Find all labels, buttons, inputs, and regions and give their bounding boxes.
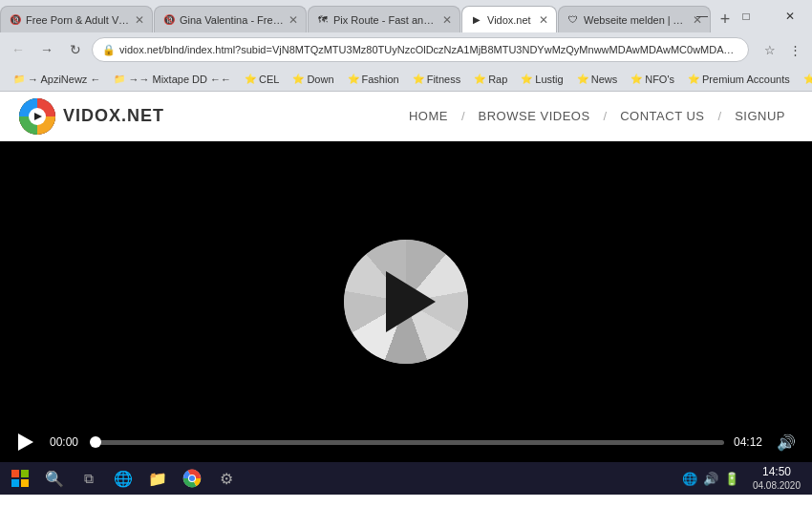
- play-icon: [18, 433, 33, 451]
- address-text: vidox.net/blnd/index.html?subid=VjN8MTQz…: [119, 44, 738, 55]
- svg-rect-3: [11, 470, 19, 477]
- bookmark-nfos-label: NFO's: [645, 74, 674, 85]
- task-view-button[interactable]: ⧉: [73, 464, 105, 493]
- bookmark-apzi-label: → ApziNewz ←: [28, 74, 100, 85]
- bookmarks-bar: 📁 → ApziNewz ← 📁 →→ Mixtape DD ←← ⭐ CEL …: [0, 67, 812, 92]
- search-taskbar-button[interactable]: 🔍: [38, 464, 71, 493]
- bookmark-lustig[interactable]: ⭐ Lustig: [515, 72, 568, 87]
- tab-1[interactable]: 🔞 Free Porn & Adult Videos Forum | ✕: [0, 6, 153, 32]
- svg-rect-4: [21, 470, 29, 477]
- tab-2-close[interactable]: ✕: [285, 13, 298, 27]
- nav-browse[interactable]: BROWSE VIDEOS: [471, 105, 598, 127]
- window-controls: — □ ✕: [680, 0, 812, 32]
- bookmark-mixtape[interactable]: 📁 →→ Mixtape DD ←←: [108, 72, 237, 87]
- volume-button[interactable]: 🔊: [772, 428, 801, 456]
- tab-2-label: Gina Valentina - Free Porn & A...: [180, 14, 285, 26]
- settings-button[interactable]: ⚙: [210, 464, 243, 493]
- network-icon[interactable]: 🌐: [682, 472, 697, 486]
- tab-3-favicon: 🗺: [316, 13, 330, 27]
- page-content: VIDOX.NET HOME / BROWSE VIDEOS / CONTACT…: [0, 92, 812, 462]
- tab-3[interactable]: 🗺 Pix Route - Fast and Reliable Im... ✕: [308, 6, 460, 32]
- play-triangle-icon: [386, 271, 436, 332]
- file-explorer-button[interactable]: 📁: [141, 464, 174, 493]
- volume-sys-icon[interactable]: 🔊: [703, 472, 718, 486]
- bookmark-fashion[interactable]: ⭐ Fashion: [342, 72, 405, 87]
- tab-1-favicon: 🔞: [9, 13, 22, 27]
- bookmark-news[interactable]: ⭐ News: [571, 72, 624, 87]
- tab-4-close[interactable]: ✕: [535, 13, 548, 27]
- back-button[interactable]: ←: [6, 37, 31, 62]
- bookmark-rap[interactable]: ⭐ Rap: [468, 72, 513, 87]
- edge-button[interactable]: 🌐: [107, 464, 139, 493]
- bookmark-cel-label: CEL: [259, 74, 279, 85]
- vidox-logo-icon: [19, 98, 55, 135]
- tab-3-close[interactable]: ✕: [438, 13, 452, 27]
- tab-4[interactable]: ▶ Vidox.net ✕: [461, 6, 557, 32]
- bookmark-fitness[interactable]: ⭐ Fitness: [407, 72, 466, 87]
- tab-1-label: Free Porn & Adult Videos Forum |: [26, 14, 131, 26]
- tab-4-favicon: ▶: [470, 13, 483, 27]
- clock-date: 04.08.2020: [753, 479, 801, 493]
- bookmark-sport[interactable]: ⭐ Sport Stream: [798, 72, 812, 87]
- bookmark-cel[interactable]: ⭐ CEL: [239, 72, 285, 87]
- taskbar-clock[interactable]: 14:50 04.08.2020: [745, 464, 808, 494]
- video-controls: 00:00 04:12 🔊: [0, 422, 812, 462]
- nav-contact[interactable]: CONTACT US: [612, 105, 712, 127]
- progress-bar[interactable]: [96, 440, 724, 445]
- bookmark-fitness-label: Fitness: [427, 74, 460, 85]
- nav-signup[interactable]: SIGNUP: [727, 105, 793, 127]
- star-icon: ⭐: [688, 74, 699, 84]
- minimize-button[interactable]: —: [680, 0, 724, 32]
- battery-icon[interactable]: 🔋: [724, 472, 739, 486]
- tab-1-close[interactable]: ✕: [131, 13, 144, 27]
- bookmark-lustig-label: Lustig: [535, 74, 563, 85]
- big-play-button[interactable]: [344, 240, 468, 364]
- tab-4-label: Vidox.net: [487, 14, 531, 26]
- tab-bar: 🔞 Free Porn & Adult Videos Forum | ✕ 🔞 G…: [0, 0, 812, 32]
- bookmark-fashion-label: Fashion: [362, 74, 399, 85]
- tab-5-label: Webseite melden | AdGuard: [584, 14, 689, 26]
- vidox-logo: VIDOX.NET: [19, 98, 164, 135]
- tab-5-favicon: 🛡: [566, 13, 580, 27]
- forward-button[interactable]: →: [34, 37, 59, 62]
- svg-rect-5: [11, 479, 19, 487]
- nav-home[interactable]: HOME: [401, 105, 456, 127]
- star-icon: ⭐: [630, 74, 642, 84]
- address-bar[interactable]: 🔒 vidox.net/blnd/index.html?subid=VjN8MT…: [92, 37, 749, 62]
- star-icon: ⭐: [474, 74, 485, 84]
- svg-point-9: [189, 475, 195, 481]
- folder-icon: 📁: [114, 74, 125, 84]
- total-time: 04:12: [734, 435, 762, 449]
- bookmark-premium-label: Premium Accounts: [702, 74, 790, 85]
- vidox-nav-links: HOME / BROWSE VIDEOS / CONTACT US / SIGN…: [401, 105, 793, 127]
- tab-3-label: Pix Route - Fast and Reliable Im...: [333, 14, 438, 26]
- address-actions: ☆ ⋮: [759, 38, 806, 61]
- current-time: 00:00: [50, 435, 86, 449]
- reload-button[interactable]: ↻: [63, 37, 88, 62]
- tab-2[interactable]: 🔞 Gina Valentina - Free Porn & A... ✕: [154, 6, 307, 32]
- star-icon: ⭐: [245, 74, 256, 84]
- video-player[interactable]: 00:00 04:12 🔊: [0, 141, 812, 462]
- volume-icon: 🔊: [777, 433, 796, 452]
- clock-time: 14:50: [753, 464, 801, 480]
- maximize-button[interactable]: □: [724, 0, 768, 32]
- svg-rect-6: [21, 479, 29, 487]
- bookmark-rap-label: Rap: [488, 74, 507, 85]
- browser-chrome: 🔞 Free Porn & Adult Videos Forum | ✕ 🔞 G…: [0, 0, 812, 92]
- browser-menu-button[interactable]: ⋮: [783, 38, 806, 61]
- start-button[interactable]: [4, 464, 36, 493]
- bookmark-down[interactable]: ⭐ Down: [287, 72, 339, 87]
- taskbar: 🔍 ⧉ 🌐 📁 ⚙ 🌐 🔊 🔋 14:50 04.08.2020: [0, 462, 812, 495]
- bookmark-star-button[interactable]: ☆: [759, 38, 781, 61]
- bookmark-nfos[interactable]: ⭐ NFO's: [625, 72, 680, 87]
- star-icon: ⭐: [577, 74, 588, 84]
- vidox-logo-text: VIDOX.NET: [63, 106, 164, 126]
- lock-icon: 🔒: [102, 44, 116, 56]
- bookmark-news-label: News: [591, 74, 618, 85]
- bookmark-premium[interactable]: ⭐ Premium Accounts: [682, 72, 796, 87]
- progress-handle[interactable]: [90, 436, 101, 448]
- chrome-button[interactable]: [176, 464, 208, 493]
- bookmark-apzi[interactable]: 📁 → ApziNewz ←: [8, 72, 106, 87]
- close-button[interactable]: ✕: [768, 0, 812, 32]
- play-pause-button[interactable]: [11, 428, 40, 456]
